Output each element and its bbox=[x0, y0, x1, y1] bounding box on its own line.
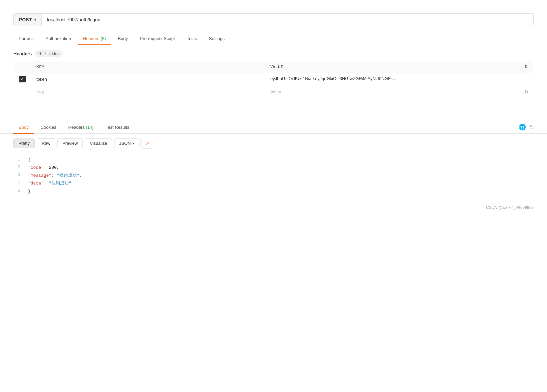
res-tab-right-controls: 🌐 St bbox=[519, 123, 534, 131]
row-checkbox-cell-empty bbox=[14, 86, 31, 98]
main-container: POST ▾ Params Authorization Headers (8) … bbox=[0, 0, 547, 392]
headers-label: Headers bbox=[13, 51, 32, 56]
res-tab-test-results[interactable]: Test Results bbox=[100, 121, 135, 134]
col-header-key: KEY bbox=[31, 61, 265, 72]
pretty-button[interactable]: Pretty bbox=[13, 138, 35, 148]
request-tabs: Params Authorization Headers (8) Body Pr… bbox=[0, 33, 547, 45]
globe-icon: 🌐 bbox=[519, 123, 526, 131]
code-line-5: 5 } bbox=[13, 187, 534, 195]
method-select[interactable]: POST ▾ bbox=[14, 14, 42, 26]
tab-headers[interactable]: Headers (8) bbox=[78, 33, 111, 45]
headers-section: Headers 👁 7 hidden KEY VALUE D ✓ bbox=[0, 45, 547, 98]
page-footer: CSDN @weixin_44909963 bbox=[0, 199, 547, 217]
code-line-3: 3 "message": "操作成功", bbox=[13, 172, 534, 179]
code-content: { bbox=[28, 156, 534, 164]
raw-button[interactable]: Raw bbox=[37, 138, 55, 148]
code-line-2: 2 "code": 200, bbox=[13, 164, 534, 171]
line-number: 1 bbox=[13, 156, 20, 163]
url-input[interactable] bbox=[42, 14, 533, 26]
method-label: POST bbox=[19, 17, 32, 22]
format-toolbar: Pretty Raw Preview Visualize JSON ▾ ⇌ bbox=[0, 134, 547, 153]
table-header-row: KEY VALUE D bbox=[14, 61, 534, 72]
code-line-1: 1 { bbox=[13, 156, 534, 164]
row-value-cell[interactable]: eyJhbGciOiJIUzI1NiJ9.eyJqdGkiOiIl3NGIwZG… bbox=[265, 72, 520, 86]
code-content: "message": "操作成功", bbox=[28, 172, 534, 179]
method-chevron-icon: ▾ bbox=[34, 18, 36, 22]
format-select[interactable]: JSON ▾ bbox=[114, 138, 140, 148]
hidden-count: 7 hidden bbox=[44, 51, 59, 56]
tab-tests[interactable]: Tests bbox=[182, 33, 202, 45]
status-placeholder: St bbox=[530, 125, 534, 129]
col-header-desc: D bbox=[520, 61, 534, 72]
table-row: ✓ token eyJhbGciOiJIUzI1NiJ9.eyJqdGkiOiI… bbox=[14, 72, 534, 86]
response-section: Body Cookies Headers (14) Test Results 🌐… bbox=[0, 121, 547, 199]
line-number: 3 bbox=[13, 172, 20, 179]
value-placeholder-text: Value bbox=[270, 89, 281, 94]
format-chevron-icon: ▾ bbox=[133, 141, 134, 145]
wrap-button[interactable]: ⇌ bbox=[142, 138, 153, 149]
code-block: 1 { 2 "code": 200, 3 "message": "操作成功", … bbox=[0, 153, 547, 199]
hidden-badge[interactable]: 👁 7 hidden bbox=[35, 50, 63, 57]
code-content: } bbox=[28, 187, 534, 195]
code-content: "code": 200, bbox=[28, 164, 534, 171]
table-row: Key Value D bbox=[14, 86, 534, 98]
headers-label-row: Headers 👁 7 hidden bbox=[13, 50, 534, 57]
token-value: eyJhbGciOiJIUzI1NiJ9.eyJqdGkiOiIl3NGIwZG… bbox=[270, 76, 395, 81]
code-line-4: 4 "data": "注销成功" bbox=[13, 179, 534, 187]
res-tab-cookies[interactable]: Cookies bbox=[35, 121, 62, 134]
code-content: "data": "注销成功" bbox=[28, 179, 534, 187]
response-tabs: Body Cookies Headers (14) Test Results 🌐… bbox=[0, 121, 547, 134]
line-number: 4 bbox=[13, 179, 20, 187]
row-desc-placeholder: D bbox=[520, 86, 534, 98]
visualize-button[interactable]: Visualize bbox=[85, 138, 112, 148]
tab-authorization[interactable]: Authorization bbox=[40, 33, 76, 45]
wrap-icon: ⇌ bbox=[145, 140, 150, 146]
line-number: 5 bbox=[13, 187, 20, 195]
tab-settings[interactable]: Settings bbox=[204, 33, 230, 45]
row-key-cell[interactable]: token bbox=[31, 72, 265, 86]
url-bar: POST ▾ bbox=[13, 13, 534, 26]
tab-pre-request-script[interactable]: Pre-request Script bbox=[134, 33, 180, 45]
row-desc-cell bbox=[520, 72, 534, 86]
line-number: 2 bbox=[13, 164, 20, 171]
row-checkbox-cell: ✓ bbox=[14, 72, 31, 86]
res-tab-body[interactable]: Body bbox=[13, 121, 34, 134]
checkbox-checked[interactable]: ✓ bbox=[19, 76, 26, 82]
preview-button[interactable]: Preview bbox=[57, 138, 83, 148]
eye-icon: 👁 bbox=[38, 51, 42, 56]
col-header-value: VALUE bbox=[265, 61, 520, 72]
res-tab-headers[interactable]: Headers (14) bbox=[63, 121, 99, 134]
footer-text: CSDN @weixin_44909963 bbox=[486, 205, 534, 210]
key-placeholder-text: Key bbox=[36, 89, 44, 94]
row-key-placeholder[interactable]: Key bbox=[31, 86, 265, 98]
headers-table: KEY VALUE D ✓ token eyJhbGciOiJIUzI1NiJ9… bbox=[13, 61, 534, 98]
row-value-placeholder[interactable]: Value bbox=[265, 86, 520, 98]
tab-body[interactable]: Body bbox=[112, 33, 133, 45]
col-header-checkbox bbox=[14, 61, 31, 72]
tab-params[interactable]: Params bbox=[13, 33, 39, 45]
format-label: JSON bbox=[119, 141, 131, 146]
